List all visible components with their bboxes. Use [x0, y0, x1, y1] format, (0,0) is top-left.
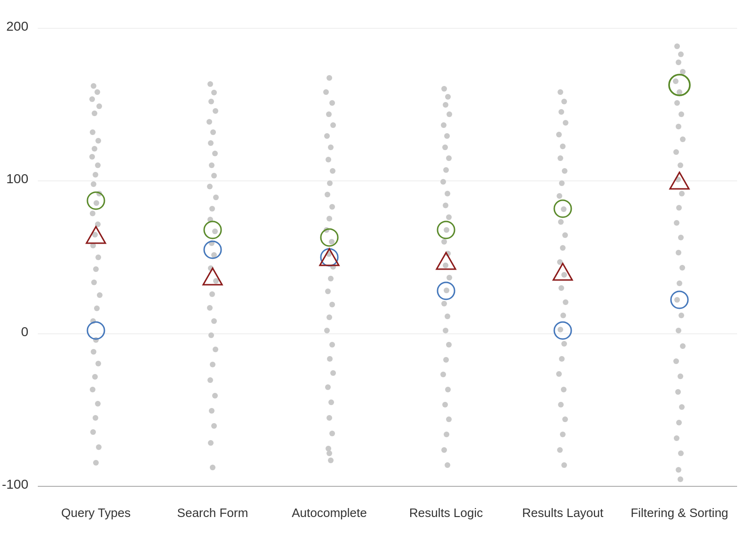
svg-point-39: [93, 460, 99, 466]
svg-point-34: [90, 387, 95, 392]
svg-point-7: [94, 89, 100, 95]
svg-point-19: [94, 200, 99, 206]
svg-point-6: [91, 83, 96, 89]
svg-point-121: [444, 288, 449, 293]
svg-point-157: [561, 387, 567, 392]
x-label-query-types: Query Types: [61, 506, 131, 520]
svg-point-46: [208, 140, 214, 146]
svg-point-160: [560, 432, 566, 437]
svg-point-30: [93, 337, 99, 343]
svg-point-171: [676, 124, 681, 129]
svg-point-16: [93, 172, 98, 178]
svg-point-174: [678, 162, 683, 168]
svg-point-147: [560, 245, 566, 251]
svg-point-17: [91, 181, 96, 187]
svg-point-194: [676, 467, 681, 473]
svg-point-47: [212, 151, 218, 156]
svg-point-127: [440, 372, 446, 377]
svg-point-183: [674, 297, 680, 303]
svg-point-69: [208, 440, 214, 446]
svg-point-94: [327, 356, 333, 362]
svg-point-124: [443, 328, 448, 333]
svg-point-63: [213, 347, 218, 352]
y-label-0: 0: [21, 324, 28, 339]
svg-point-190: [679, 404, 685, 410]
svg-point-102: [328, 458, 334, 463]
svg-point-67: [209, 408, 215, 414]
svg-point-81: [325, 192, 330, 197]
svg-point-167: [673, 78, 679, 84]
svg-point-164: [678, 51, 684, 57]
svg-point-97: [328, 399, 334, 405]
svg-point-154: [561, 341, 567, 347]
svg-point-91: [326, 314, 332, 320]
svg-point-195: [678, 476, 683, 482]
svg-point-71: [326, 75, 332, 81]
svg-point-134: [558, 89, 563, 95]
svg-point-65: [207, 377, 213, 383]
svg-point-143: [557, 193, 562, 199]
svg-point-68: [211, 423, 217, 429]
scatter-plot: 200 100 0 -100: [0, 0, 756, 543]
svg-point-74: [326, 111, 332, 117]
svg-point-40: [207, 81, 213, 87]
x-label-search-form: Search Form: [177, 506, 248, 520]
svg-point-186: [680, 343, 686, 349]
svg-point-28: [94, 305, 100, 311]
svg-point-73: [329, 100, 335, 106]
svg-point-108: [444, 133, 450, 139]
svg-point-185: [676, 328, 681, 333]
svg-point-172: [680, 136, 686, 142]
svg-point-139: [560, 144, 566, 149]
svg-point-15: [95, 162, 101, 168]
chart-container: 200 100 0 -100: [0, 0, 756, 543]
svg-point-90: [329, 302, 335, 307]
x-label-results-layout: Results Layout: [522, 506, 604, 520]
svg-point-191: [676, 420, 682, 425]
svg-point-110: [446, 155, 452, 161]
svg-point-96: [325, 384, 331, 390]
svg-point-26: [91, 280, 97, 285]
svg-point-20: [90, 211, 95, 216]
svg-point-179: [678, 235, 684, 240]
svg-point-89: [325, 288, 331, 294]
svg-point-140: [558, 155, 563, 161]
svg-point-50: [207, 184, 213, 189]
svg-point-77: [328, 144, 334, 150]
svg-point-36: [93, 415, 98, 421]
svg-point-45: [210, 129, 216, 135]
svg-point-122: [441, 301, 447, 306]
svg-point-168: [677, 89, 682, 95]
svg-rect-1: [0, 0, 756, 543]
svg-point-126: [443, 357, 449, 363]
svg-point-112: [440, 179, 446, 185]
svg-point-82: [329, 204, 335, 210]
svg-point-181: [679, 265, 685, 271]
svg-point-176: [679, 191, 685, 196]
svg-point-95: [330, 370, 336, 376]
svg-point-54: [212, 229, 218, 234]
svg-point-165: [676, 59, 681, 65]
svg-point-119: [443, 263, 448, 268]
svg-point-188: [678, 373, 683, 379]
svg-point-152: [560, 313, 566, 318]
svg-point-125: [446, 342, 452, 348]
svg-point-42: [208, 99, 214, 104]
svg-point-60: [207, 305, 213, 311]
y-label-neg100: -100: [2, 477, 28, 492]
svg-point-41: [211, 90, 217, 95]
svg-point-10: [92, 110, 97, 116]
svg-point-184: [679, 313, 684, 318]
svg-point-192: [674, 435, 679, 441]
svg-point-79: [330, 168, 335, 174]
svg-point-9: [96, 103, 102, 109]
svg-point-170: [679, 111, 684, 117]
svg-point-149: [561, 272, 567, 278]
svg-point-189: [675, 389, 681, 395]
svg-point-136: [558, 109, 564, 115]
y-label-200: 200: [6, 19, 28, 34]
svg-point-131: [444, 432, 449, 437]
svg-point-33: [92, 374, 98, 380]
svg-point-25: [93, 266, 99, 272]
y-label-100: 100: [6, 171, 28, 186]
